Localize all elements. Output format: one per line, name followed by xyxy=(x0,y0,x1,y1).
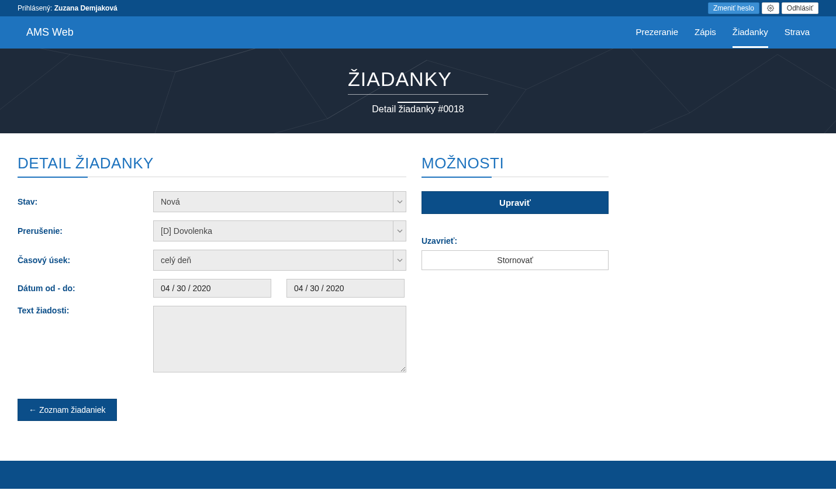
options-section-title: MOŽNOSTI xyxy=(422,154,609,177)
select-casovy[interactable]: celý deň xyxy=(153,250,406,271)
select-casovy-value: celý deň xyxy=(161,256,191,265)
settings-button[interactable] xyxy=(762,2,779,14)
nav-links: Prezeranie Zápis Žiadanky Strava xyxy=(636,18,810,48)
logout-label: Odhlásiť xyxy=(787,4,813,12)
row-text: Text žiadosti: xyxy=(18,306,406,374)
row-datum: Dátum od - do: xyxy=(18,279,406,298)
chevron-down-icon xyxy=(393,250,406,270)
select-prerusenie-value: [D] Dovolenka xyxy=(161,226,212,236)
label-stav: Stav: xyxy=(18,197,153,206)
label-casovy: Časový úsek: xyxy=(18,256,153,265)
logged-in-label: Prihlásený: xyxy=(18,4,52,12)
label-datum: Dátum od - do: xyxy=(18,284,153,293)
nav-item-strava[interactable]: Strava xyxy=(785,18,810,48)
nav-item-prezeranie[interactable]: Prezeranie xyxy=(636,18,679,48)
content: DETAIL ŽIADANKY Stav: Nová Prerušenie: [… xyxy=(0,133,836,437)
change-password-button[interactable]: Zmeniť heslo xyxy=(708,2,759,14)
cancel-button[interactable]: Stornovať xyxy=(422,250,609,270)
row-stav: Stav: Nová xyxy=(18,191,406,212)
input-datum-od[interactable] xyxy=(153,279,271,298)
chevron-down-icon xyxy=(393,192,406,212)
nav-item-zapis[interactable]: Zápis xyxy=(695,18,716,48)
select-stav[interactable]: Nová xyxy=(153,191,406,212)
row-casovy: Časový úsek: celý deň xyxy=(18,250,406,271)
logout-button[interactable]: Odhlásiť xyxy=(782,2,818,14)
main-nav: AMS Web Prezeranie Zápis Žiadanky Strava xyxy=(0,16,836,49)
nav-item-ziadanky[interactable]: Žiadanky xyxy=(733,18,768,48)
select-prerusenie[interactable]: [D] Dovolenka xyxy=(153,220,406,241)
back-to-list-button[interactable]: ← Zoznam žiadaniek xyxy=(18,399,117,421)
edit-button[interactable]: Upraviť xyxy=(422,191,609,214)
input-datum-do[interactable] xyxy=(286,279,405,298)
detail-column: DETAIL ŽIADANKY Stav: Nová Prerušenie: [… xyxy=(18,154,406,437)
title-underline xyxy=(398,102,438,103)
label-text: Text žiadosti: xyxy=(18,306,153,315)
change-password-label: Zmeniť heslo xyxy=(713,4,754,12)
row-prerusenie: Prerušenie: [D] Dovolenka xyxy=(18,220,406,241)
footer xyxy=(0,461,836,489)
svg-point-0 xyxy=(769,8,771,9)
chevron-down-icon xyxy=(393,221,406,241)
label-prerusenie: Prerušenie: xyxy=(18,226,153,236)
page-title-text: ŽIADANKY xyxy=(348,68,452,90)
brand[interactable]: AMS Web xyxy=(26,26,74,39)
select-stav-value: Nová xyxy=(161,197,180,206)
top-bar: Prihlásený: Zuzana Demjaková Zmeniť hesl… xyxy=(0,0,836,16)
user-name: Zuzana Demjaková xyxy=(54,4,118,12)
gear-icon xyxy=(767,5,774,12)
page-title: ŽIADANKY xyxy=(348,68,488,98)
hero: ŽIADANKY Detail žiadanky #0018 xyxy=(0,49,836,133)
top-bar-actions: Zmeniť heslo Odhlásiť xyxy=(708,2,818,14)
close-label: Uzavrieť: xyxy=(422,236,609,246)
detail-section-title: DETAIL ŽIADANKY xyxy=(18,154,406,177)
textarea-ziadost[interactable] xyxy=(153,306,406,372)
login-info: Prihlásený: Zuzana Demjaková xyxy=(18,4,118,12)
page-subtitle: Detail žiadanky #0018 xyxy=(372,104,464,115)
options-column: MOŽNOSTI Upraviť Uzavrieť: Stornovať xyxy=(422,154,609,437)
